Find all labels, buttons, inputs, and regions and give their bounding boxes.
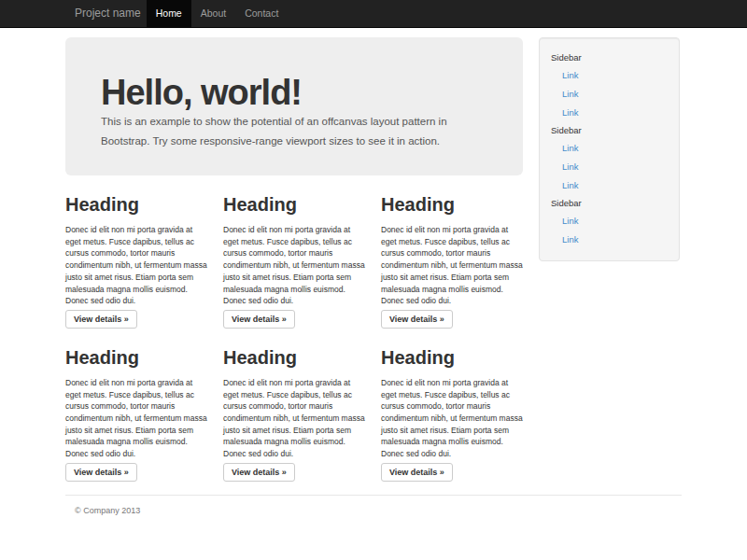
jumbotron-description: This is an example to show the potential…: [101, 112, 487, 150]
sidebar: Sidebar LinkLinkLink Sidebar LinkLinkLin…: [539, 37, 680, 261]
sidebar-link[interactable]: Link: [551, 176, 668, 195]
content-card: Heading Donec id elit non mi porta gravi…: [381, 175, 523, 329]
sidebar-link[interactable]: Link: [551, 85, 668, 104]
sidebar-group: Sidebar LinkLink: [551, 195, 668, 249]
card-heading: Heading: [65, 347, 207, 368]
navbar-container: Project name Home About Contact: [65, 0, 682, 28]
sidebar-group-heading: Sidebar: [551, 49, 668, 66]
sidebar-link[interactable]: Link: [551, 158, 668, 176]
content-card: Heading Donec id elit non mi porta gravi…: [65, 175, 207, 329]
nav-item-about[interactable]: About: [191, 0, 235, 28]
content-card: Heading Donec id elit non mi porta gravi…: [65, 329, 207, 482]
view-details-button[interactable]: View details »: [381, 310, 453, 329]
sidebar-link[interactable]: Link: [551, 104, 668, 122]
navbar-brand-label: Project name: [75, 7, 141, 20]
content-card: Heading Donec id elit non mi porta gravi…: [223, 175, 365, 329]
sidebar-link[interactable]: Link: [551, 66, 668, 85]
content-card: Heading Donec id elit non mi porta gravi…: [223, 329, 365, 482]
view-details-button[interactable]: View details »: [223, 310, 295, 329]
card-heading: Heading: [381, 347, 523, 368]
footer-divider: [65, 495, 682, 496]
card-heading: Heading: [223, 347, 365, 368]
top-navbar: Project name Home About Contact: [0, 0, 747, 28]
view-details-button[interactable]: View details »: [381, 463, 453, 482]
cards-grid: Heading Donec id elit non mi porta gravi…: [65, 175, 523, 482]
page-title: Hello, world!: [101, 73, 487, 112]
card-heading: Heading: [223, 194, 365, 215]
content-row: Hello, world! This is an example to show…: [65, 28, 682, 482]
navbar-brand[interactable]: Project name: [65, 0, 147, 28]
card-body-text: Donec id elit non mi porta gravida at eg…: [65, 224, 207, 307]
sidebar-group-heading: Sidebar: [551, 195, 668, 212]
main-column: Hello, world! This is an example to show…: [65, 28, 523, 482]
page-container: Hello, world! This is an example to show…: [65, 28, 682, 515]
footer: © Company 2013: [65, 495, 682, 515]
card-body-text: Donec id elit non mi porta gravida at eg…: [223, 224, 365, 307]
sidebar-group: Sidebar LinkLinkLink: [551, 122, 668, 195]
sidebar-group-heading: Sidebar: [551, 122, 668, 139]
sidebar-link[interactable]: Link: [551, 212, 668, 231]
nav-item-contact[interactable]: Contact: [235, 0, 288, 28]
sidebar-link[interactable]: Link: [551, 231, 668, 249]
card-heading: Heading: [65, 194, 207, 215]
content-card: Heading Donec id elit non mi porta gravi…: [381, 329, 523, 482]
sidebar-link[interactable]: Link: [551, 139, 668, 158]
view-details-button[interactable]: View details »: [65, 463, 137, 482]
card-heading: Heading: [381, 194, 523, 215]
nav-item-home[interactable]: Home: [147, 0, 191, 28]
card-body-text: Donec id elit non mi porta gravida at eg…: [65, 377, 207, 460]
jumbotron: Hello, world! This is an example to show…: [65, 37, 523, 175]
view-details-button[interactable]: View details »: [65, 310, 137, 329]
view-details-button[interactable]: View details »: [223, 463, 295, 482]
footer-copyright: © Company 2013: [75, 506, 682, 515]
card-body-text: Donec id elit non mi porta gravida at eg…: [223, 377, 365, 460]
card-body-text: Donec id elit non mi porta gravida at eg…: [381, 377, 523, 460]
sidebar-group: Sidebar LinkLinkLink: [551, 49, 668, 122]
card-body-text: Donec id elit non mi porta gravida at eg…: [381, 224, 523, 307]
